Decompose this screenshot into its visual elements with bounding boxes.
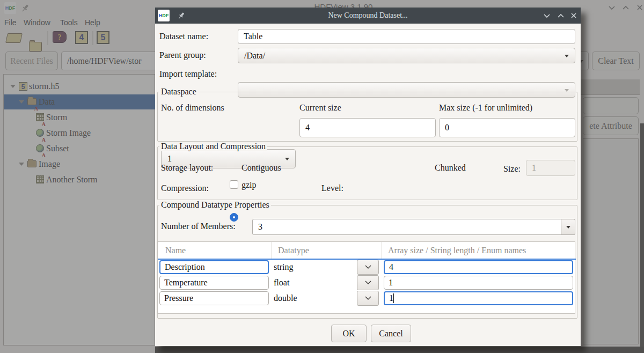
header-name: Name xyxy=(165,242,186,259)
table-row-2-datatype[interactable]: float xyxy=(274,275,289,290)
text-caret xyxy=(393,293,394,303)
chunk-size-input xyxy=(526,160,575,176)
dimensions-label: No. of dimensions xyxy=(161,102,224,114)
max-size-input[interactable] xyxy=(439,118,575,137)
pin-icon[interactable] xyxy=(177,11,186,20)
new-compound-dataset-dialog: New Compound Dataset... HDF Dataset name… xyxy=(155,8,581,346)
dialog-titlebar[interactable]: New Compound Dataset... HDF xyxy=(155,8,581,24)
storage-layout-label: Storage layout: xyxy=(161,162,213,174)
dropdown-arrow-icon xyxy=(565,55,569,57)
level-label: Level: xyxy=(321,182,343,194)
gzip-label: gzip xyxy=(241,179,257,191)
chunked-label: Chunked xyxy=(435,162,466,174)
dropdown-arrow-icon xyxy=(566,226,570,229)
table-row-3-datatype[interactable]: double xyxy=(274,291,297,306)
current-size-input[interactable] xyxy=(299,118,436,137)
column-divider xyxy=(272,242,272,259)
parent-group-value: /Data/ xyxy=(238,48,575,63)
table-row-2-size[interactable] xyxy=(384,276,573,290)
table-row-2-datatype-dropdown[interactable] xyxy=(357,275,379,290)
cancel-button[interactable]: Cancel xyxy=(371,325,411,342)
table-row-1-datatype-dropdown[interactable] xyxy=(357,260,379,275)
members-table: Name Datatype Array size / String length… xyxy=(157,241,575,314)
compression-label: Compression: xyxy=(161,182,209,194)
table-row-1-name[interactable] xyxy=(159,260,269,274)
parent-group-label: Parent group: xyxy=(159,48,206,63)
dropdown-arrow-icon xyxy=(565,89,569,92)
import-template-label: Import template: xyxy=(159,67,217,82)
table-row-2-name[interactable] xyxy=(159,276,269,290)
hdf-logo: HDF xyxy=(158,10,170,21)
header-array-size: Array size / String length / Enum names xyxy=(388,242,526,259)
compound-legend: Compound Datatype Properties xyxy=(159,200,271,210)
dialog-minimize-icon[interactable] xyxy=(543,11,551,20)
table-row-1-size[interactable] xyxy=(384,260,573,274)
current-size-label: Current size xyxy=(299,102,341,114)
chunk-size-label: Size: xyxy=(503,163,521,175)
table-row-3-size-focused[interactable] xyxy=(384,291,573,305)
members-dropdown-button[interactable] xyxy=(561,219,575,235)
parent-group-combobox[interactable]: /Data/ xyxy=(238,48,575,63)
members-label: Number of Members: xyxy=(161,219,236,234)
contiguous-label: Contiguous xyxy=(241,162,281,174)
table-row-3-datatype-dropdown[interactable] xyxy=(357,291,379,306)
dialog-title: New Compound Dataset... xyxy=(155,8,581,24)
max-size-label: Max size (-1 for unlimited) xyxy=(439,102,532,114)
column-divider xyxy=(382,242,382,259)
table-row-1-datatype[interactable]: string xyxy=(274,260,293,275)
ok-button[interactable]: OK xyxy=(331,325,367,342)
dataspace-legend: Dataspace xyxy=(159,87,198,97)
dataset-name-label: Dataset name: xyxy=(159,29,208,44)
dialog-maximize-icon[interactable] xyxy=(557,11,565,20)
table-row-3-name[interactable] xyxy=(159,291,269,305)
dialog-close-icon[interactable] xyxy=(569,11,578,20)
dataset-name-input[interactable] xyxy=(238,29,575,44)
members-value: 3 xyxy=(253,219,575,234)
layout-legend: Data Layout and Compression xyxy=(159,142,267,151)
gzip-checkbox[interactable] xyxy=(230,180,238,189)
members-combobox[interactable]: 3 xyxy=(252,219,575,235)
header-datatype: Datatype xyxy=(278,242,309,259)
